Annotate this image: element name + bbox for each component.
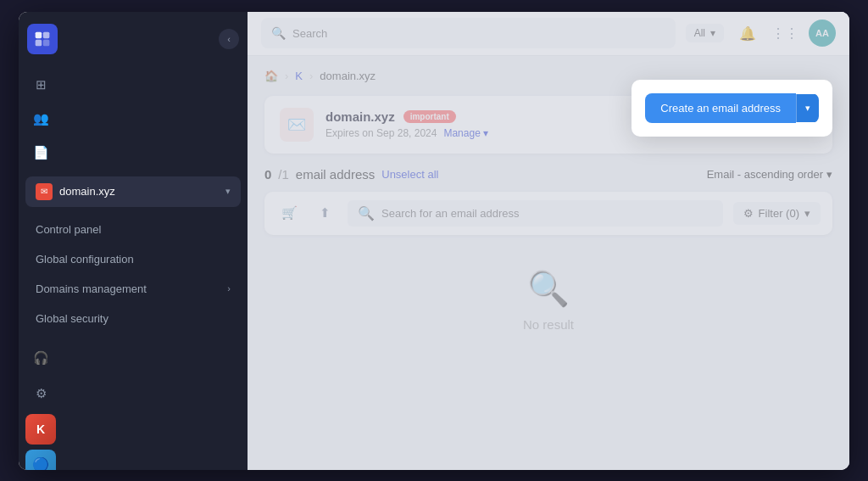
- manage-chevron-icon: ▾: [483, 127, 488, 139]
- create-email-button-group: Create an email address ▾: [645, 93, 819, 123]
- create-email-split-button[interactable]: ▾: [796, 94, 819, 122]
- svg-rect-2: [36, 39, 42, 46]
- email-list-header: 0 /1 email address Unselect all Email - …: [264, 167, 832, 182]
- search-input[interactable]: [292, 27, 665, 40]
- empty-state-text: No result: [523, 317, 574, 332]
- apps-grid-button[interactable]: ⋮⋮: [771, 20, 798, 47]
- sidebar-apps: 🎧 ⚙ K 🔵 🟢 N ▶: [19, 336, 248, 470]
- breadcrumb-sep-2: ›: [309, 70, 313, 82]
- sidebar-icon-calculator[interactable]: ⊞: [25, 70, 56, 100]
- nav-arrow-icon: ›: [227, 283, 231, 294]
- topbar: 🔍 All ▾ 🔔 ⋮⋮ AA: [248, 12, 849, 56]
- email-count-label: email address: [296, 167, 375, 182]
- filter-chevron-icon: ▾: [710, 27, 715, 39]
- sort-chevron-icon: ▾: [826, 168, 832, 181]
- sidebar: ‹ ⊞ 👥 📄 ✉ domain.xyz ▾ Control panel Glo…: [19, 12, 248, 470]
- empty-search-icon: 🔍: [527, 269, 570, 309]
- svg-rect-0: [36, 31, 42, 38]
- topbar-filter-dropdown[interactable]: All ▾: [686, 24, 724, 42]
- sidebar-quick-icons: ⊞ 👥 📄: [19, 66, 248, 171]
- sidebar-item-global-config[interactable]: Global configuration: [25, 245, 241, 273]
- search-icon: 🔍: [271, 26, 286, 40]
- breadcrumb-domain: domain.xyz: [320, 70, 376, 82]
- filter-sliders-icon: ⚙: [743, 207, 754, 220]
- sidebar-top: ‹: [19, 12, 248, 66]
- sidebar-item-control-panel[interactable]: Control panel: [25, 215, 241, 243]
- main-content: 🔍 All ▾ 🔔 ⋮⋮ AA 🏠 › K › domain.xyz: [248, 12, 849, 470]
- sidebar-app-circle[interactable]: 🔵: [25, 450, 56, 470]
- breadcrumb-sep-1: ›: [285, 70, 288, 82]
- sidebar-item-domains[interactable]: Domains management ›: [25, 275, 241, 303]
- domain-header-icon: ✉️: [280, 108, 314, 142]
- create-email-button[interactable]: Create an email address: [645, 93, 796, 123]
- email-filter-button[interactable]: ⚙ Filter (0) ▾: [733, 202, 821, 225]
- email-search-row: 🛒 ⬆ 🔍 ⚙ Filter (0) ▾: [264, 192, 832, 235]
- filter-chevron-icon: ▾: [804, 207, 810, 220]
- email-count: 0 /1 email address Unselect all: [264, 167, 438, 182]
- sort-button[interactable]: Email - ascending order ▾: [707, 168, 832, 181]
- user-avatar[interactable]: AA: [809, 20, 836, 47]
- svg-rect-3: [43, 39, 50, 46]
- topbar-right: All ▾ 🔔 ⋮⋮ AA: [686, 20, 836, 47]
- app-logo: [27, 24, 58, 54]
- sidebar-nav: Control panel Global configuration Domai…: [19, 212, 248, 336]
- domain-selector[interactable]: ✉ domain.xyz ▾: [25, 176, 241, 207]
- notification-bell-button[interactable]: 🔔: [734, 20, 761, 47]
- email-count-total: /1: [278, 167, 289, 182]
- filter-label-text: Filter (0): [759, 207, 799, 220]
- sidebar-icon-settings2[interactable]: ⚙: [25, 378, 56, 409]
- sidebar-collapse-button[interactable]: ‹: [219, 29, 239, 49]
- email-search-input[interactable]: [381, 207, 713, 220]
- email-search-icon: 🔍: [358, 205, 375, 221]
- domain-chevron-icon: ▾: [225, 186, 231, 197]
- sidebar-icon-headset[interactable]: 🎧: [25, 343, 56, 373]
- email-search-bar[interactable]: 🔍: [348, 200, 723, 227]
- domain-name: domain.xyz: [59, 185, 219, 198]
- unselect-all-button[interactable]: Unselect all: [381, 168, 438, 181]
- breadcrumb-home-icon[interactable]: 🏠: [264, 70, 278, 82]
- filter-label: All: [694, 27, 705, 39]
- create-email-card: Create an email address ▾: [632, 80, 832, 137]
- expires-text: Expires on Sep 28, 2024: [326, 127, 437, 139]
- domain-icon: ✉: [36, 183, 53, 200]
- breadcrumb-brand-icon[interactable]: K: [295, 70, 303, 82]
- email-export-button[interactable]: ⬆: [312, 200, 337, 226]
- manage-link[interactable]: Manage ▾: [443, 127, 487, 139]
- status-badge: important: [403, 110, 456, 123]
- sidebar-app-k[interactable]: K: [25, 414, 56, 445]
- sort-label: Email - ascending order: [707, 168, 823, 181]
- sidebar-item-security[interactable]: Global security: [25, 305, 241, 333]
- svg-rect-1: [43, 31, 50, 38]
- email-count-current: 0: [264, 167, 271, 182]
- sidebar-icon-file[interactable]: 📄: [25, 137, 56, 168]
- app-window: ‹ ⊞ 👥 📄 ✉ domain.xyz ▾ Control panel Glo…: [19, 12, 849, 470]
- domain-title-text: domain.xyz: [326, 109, 395, 124]
- empty-state: 🔍 No result: [264, 235, 832, 366]
- sidebar-icon-users[interactable]: 👥: [25, 103, 56, 134]
- email-cart-button[interactable]: 🛒: [276, 200, 302, 226]
- topbar-search-bar[interactable]: 🔍: [261, 18, 676, 48]
